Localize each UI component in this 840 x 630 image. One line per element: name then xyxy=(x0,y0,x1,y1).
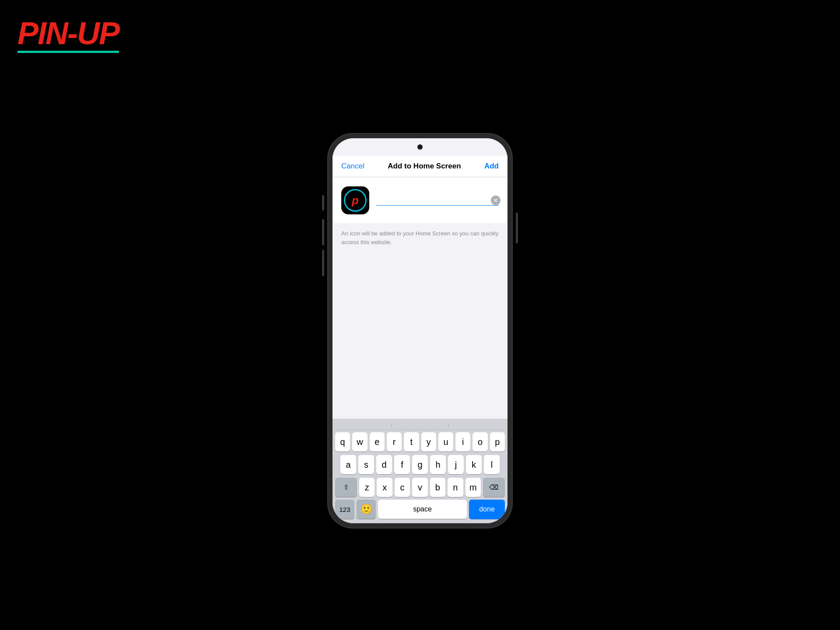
suggestion-left[interactable] xyxy=(334,425,392,427)
app-icon-row: p ✕ xyxy=(332,178,508,223)
mute-button xyxy=(322,195,324,210)
key-i[interactable]: i xyxy=(455,432,470,452)
key-v[interactable]: v xyxy=(412,478,427,497)
key-s[interactable]: s xyxy=(358,455,374,474)
keyboard: q w e r t y u i o p xyxy=(334,432,506,497)
shift-key[interactable]: ⇧ xyxy=(335,478,357,497)
key-z[interactable]: z xyxy=(359,478,374,497)
done-key[interactable]: done xyxy=(469,500,505,519)
dialog-header: Cancel Add to Home Screen Add xyxy=(332,156,508,177)
volume-down-button xyxy=(322,250,324,276)
clear-input-button[interactable]: ✕ xyxy=(491,196,500,205)
key-m[interactable]: m xyxy=(466,478,481,497)
phone-top-bar xyxy=(332,138,508,156)
key-g[interactable]: g xyxy=(412,455,428,474)
key-w[interactable]: w xyxy=(352,432,367,452)
bottom-bar: 123 🙂 space done xyxy=(334,500,506,522)
key-d[interactable]: d xyxy=(376,455,392,474)
volume-up-button xyxy=(322,219,324,245)
front-camera xyxy=(417,144,423,150)
key-u[interactable]: u xyxy=(438,432,453,452)
icon-letter: p xyxy=(352,195,359,206)
key-a[interactable]: a xyxy=(340,455,356,474)
key-e[interactable]: e xyxy=(370,432,385,452)
key-row-2: a s d f g h j k l xyxy=(335,455,505,474)
dialog-description: An icon will be added to your Home Scree… xyxy=(332,223,508,252)
power-button xyxy=(516,213,518,243)
keyboard-area: q w e r t y u i o p xyxy=(332,419,508,523)
key-y[interactable]: y xyxy=(421,432,436,452)
logo-container: PiN-UP xyxy=(18,18,119,53)
emoji-key[interactable]: 🙂 xyxy=(357,500,376,519)
key-r[interactable]: r xyxy=(387,432,402,452)
phone-screen: Cancel Add to Home Screen Add p ✕ An ico… xyxy=(332,138,508,523)
key-l[interactable]: l xyxy=(484,455,500,474)
logo-underline xyxy=(18,51,119,53)
cancel-button[interactable]: Cancel xyxy=(341,162,364,171)
key-t[interactable]: t xyxy=(404,432,419,452)
key-k[interactable]: k xyxy=(466,455,482,474)
icon-ring: p xyxy=(344,189,367,212)
key-f[interactable]: f xyxy=(394,455,410,474)
key-row-3: ⇧ z x c v b n m ⌫ xyxy=(335,478,505,497)
key-h[interactable]: h xyxy=(430,455,446,474)
dialog-title: Add to Home Screen xyxy=(388,162,461,171)
app-icon: p xyxy=(341,186,369,214)
app-name-input[interactable] xyxy=(376,196,499,206)
key-b[interactable]: b xyxy=(430,478,445,497)
key-o[interactable]: o xyxy=(472,432,487,452)
delete-key[interactable]: ⌫ xyxy=(483,478,505,497)
key-c[interactable]: c xyxy=(395,478,410,497)
phone-outer: Cancel Add to Home Screen Add p ✕ An ico… xyxy=(328,134,512,528)
key-x[interactable]: x xyxy=(377,478,392,497)
key-p[interactable]: p xyxy=(490,432,505,452)
num-key[interactable]: 123 xyxy=(335,500,354,519)
logo-text: PiN-UP xyxy=(18,18,119,49)
suggestion-middle[interactable] xyxy=(392,425,449,427)
phone-wrapper: Cancel Add to Home Screen Add p ✕ An ico… xyxy=(328,134,512,528)
suggestion-bar xyxy=(334,422,506,430)
key-q[interactable]: q xyxy=(335,432,350,452)
space-key[interactable]: space xyxy=(378,500,467,519)
key-n[interactable]: n xyxy=(448,478,463,497)
key-j[interactable]: j xyxy=(448,455,464,474)
suggestion-right[interactable] xyxy=(448,425,506,427)
add-to-homescreen-dialog: Cancel Add to Home Screen Add p ✕ An ico… xyxy=(332,156,508,523)
key-row-1: q w e r t y u i o p xyxy=(335,432,505,452)
dialog-body xyxy=(332,252,508,419)
add-button[interactable]: Add xyxy=(484,162,499,171)
